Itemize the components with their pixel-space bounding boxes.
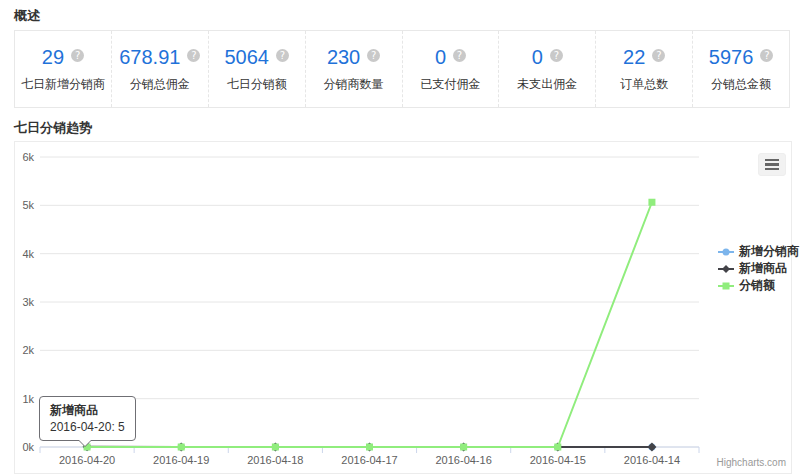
stat-value: 0: [532, 46, 543, 68]
x-axis-label: 2016-04-17: [341, 454, 397, 466]
chart-export-menu-button[interactable]: [758, 153, 786, 176]
x-axis-label: 2016-04-15: [530, 454, 586, 466]
stat-label: 订单总数: [620, 76, 668, 93]
data-point-2-6[interactable]: [648, 199, 655, 206]
stat-card-5: 0?未支出佣金: [499, 31, 596, 107]
stat-card-7: 5976?分销总金额: [693, 31, 789, 107]
stat-card-2: 5064?七日分销额: [209, 31, 306, 107]
legend-label: 新增分销商: [739, 243, 799, 260]
legend-label: 分销额: [739, 277, 775, 294]
legend-item-1[interactable]: 新增商品: [718, 261, 799, 276]
y-axis-label: 4k: [22, 248, 34, 260]
data-point-2-4[interactable]: [460, 444, 467, 451]
stat-card-4: 0?已支付佣金: [403, 31, 500, 107]
legend-label: 新增商品: [739, 260, 787, 277]
stat-label: 七日新增分销商: [21, 76, 105, 93]
legend-marker-icon: [718, 247, 734, 257]
stat-value: 230: [327, 46, 360, 68]
stat-value: 5064: [224, 46, 269, 68]
stat-card-3: 230?分销商数量: [306, 31, 403, 107]
stat-value: 22: [623, 46, 645, 68]
stat-value: 678.91: [119, 46, 180, 68]
data-point-2-5[interactable]: [554, 444, 561, 451]
stat-label: 分销总金额: [711, 76, 771, 93]
help-icon[interactable]: ?: [187, 49, 200, 62]
chart-tooltip: 新增商品 2016-04-20: 5: [39, 396, 136, 441]
y-axis-label: 1k: [22, 393, 34, 405]
stat-value: 5976: [709, 46, 754, 68]
y-axis-label: 2k: [22, 344, 34, 356]
x-axis-label: 2016-04-19: [153, 454, 209, 466]
legend-marker-icon: [718, 264, 734, 274]
legend-item-0[interactable]: 新增分销商: [718, 244, 799, 259]
series-line-2: [87, 202, 652, 447]
stat-label: 分销总佣金: [130, 76, 190, 93]
x-axis-label: 2016-04-20: [59, 454, 115, 466]
x-axis-label: 2016-04-18: [247, 454, 303, 466]
stats-panel: 29?七日新增分销商678.91?分销总佣金5064?七日分销额230?分销商数…: [14, 30, 790, 108]
data-point-2-3[interactable]: [366, 444, 373, 451]
help-icon[interactable]: ?: [276, 49, 289, 62]
help-icon[interactable]: ?: [453, 49, 466, 62]
trend-section-title: 七日分销趋势: [14, 119, 92, 137]
stat-value: 29: [42, 46, 64, 68]
y-axis-label: 0k: [22, 441, 34, 453]
tooltip-value: 2016-04-20: 5: [50, 420, 125, 434]
overview-section-title: 概述: [14, 7, 40, 25]
highcharts-credit[interactable]: Highcharts.com: [717, 457, 786, 468]
help-icon[interactable]: ?: [550, 49, 563, 62]
y-axis-label: 3k: [22, 296, 34, 308]
stat-label: 未支出佣金: [517, 76, 577, 93]
stat-card-6: 22?订单总数: [596, 31, 693, 107]
trend-chart-panel: 6k5k4k3k2k1k0k2016-04-202016-04-192016-0…: [14, 141, 792, 474]
stat-label: 分销商数量: [324, 76, 384, 93]
y-axis-label: 6k: [22, 151, 34, 163]
x-axis-label: 2016-04-16: [436, 454, 492, 466]
data-point-1-6[interactable]: [647, 443, 656, 452]
help-icon[interactable]: ?: [760, 49, 773, 62]
stat-card-1: 678.91?分销总佣金: [112, 31, 209, 107]
stat-label: 已支付佣金: [420, 76, 480, 93]
data-point-2-2[interactable]: [272, 444, 279, 451]
data-point-2-1[interactable]: [178, 444, 185, 451]
chart-legend: 新增分销商新增商品分销额: [718, 242, 799, 295]
tooltip-series-name: 新增商品: [50, 402, 125, 419]
stat-value: 0: [435, 46, 446, 68]
stat-card-0: 29?七日新增分销商: [15, 31, 112, 107]
x-axis-label: 2016-04-14: [624, 454, 680, 466]
help-icon[interactable]: ?: [71, 49, 84, 62]
help-icon[interactable]: ?: [652, 49, 665, 62]
legend-marker-icon: [718, 281, 734, 291]
stat-label: 七日分销额: [227, 76, 287, 93]
help-icon[interactable]: ?: [367, 49, 380, 62]
legend-item-2[interactable]: 分销额: [718, 278, 799, 293]
y-axis-label: 5k: [22, 199, 34, 211]
